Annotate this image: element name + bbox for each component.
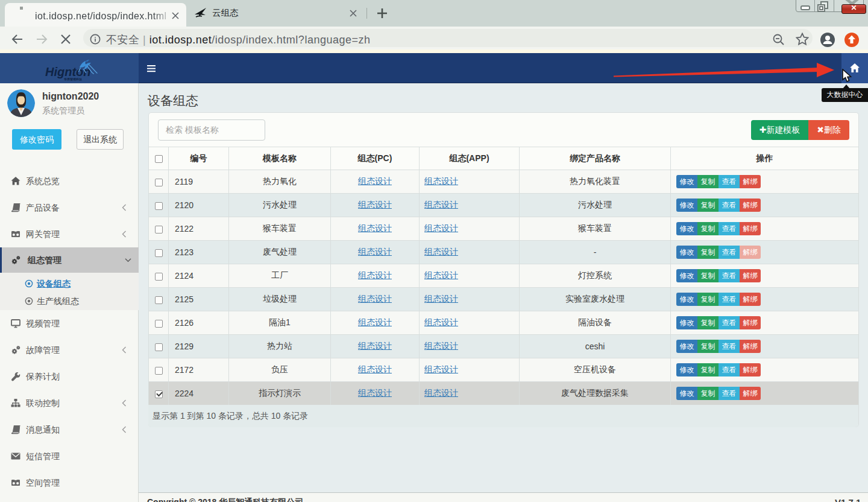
svg-text:华辰智通科技: 华辰智通科技 [63,77,83,81]
svg-text:Hignton: Hignton [45,65,91,78]
